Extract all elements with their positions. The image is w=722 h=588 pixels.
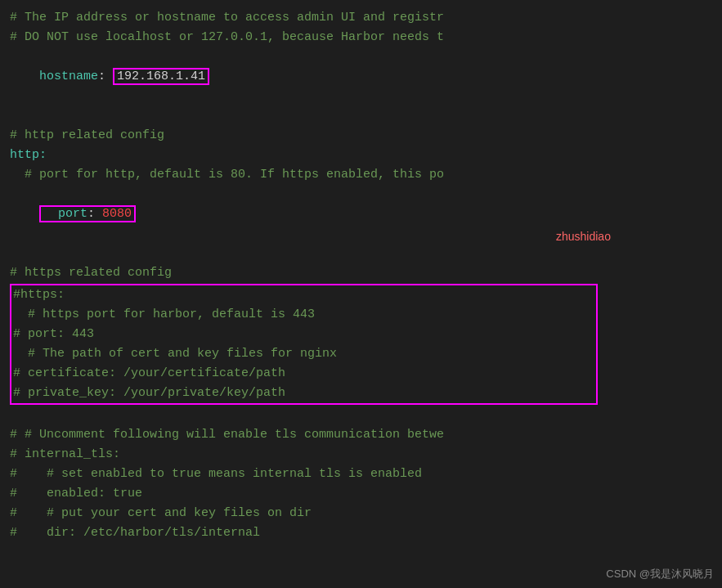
- zhushidiao-annotation: zhushidiao: [556, 227, 611, 245]
- hostname-key: hostname: [39, 70, 98, 83]
- line-uncomment: # # Uncomment following will enable tls …: [10, 425, 712, 445]
- line-http-key: http:: [10, 146, 712, 165]
- port-box: port: 8080: [39, 205, 136, 222]
- hostname-value-box: 192.168.1.41: [113, 68, 209, 85]
- line-empty-3: [10, 406, 712, 425]
- hostname-value: 192.168.1.41: [117, 70, 205, 83]
- line-dir: # dir: /etc/harbor/tls/internal: [10, 523, 712, 543]
- line-https-key: #https:: [11, 285, 596, 305]
- line-hostname: hostname: 192.168.1.41: [10, 47, 712, 106]
- line-https-certificate: # certificate: /your/certificate/path: [11, 364, 596, 384]
- line-internal-tls: # internal_tls:: [10, 445, 712, 465]
- line-2: # DO NOT use localhost or 127.0.0.1, bec…: [10, 28, 712, 47]
- csdn-watermark: CSDN @我是沐风晓月: [606, 567, 714, 581]
- line-put-cert: # # put your cert and key files on dir: [10, 504, 712, 523]
- line-port-comment: # port for http, default is 80. If https…: [10, 165, 712, 185]
- port-value: 8080: [102, 207, 132, 221]
- line-http-comment: # http related config: [10, 126, 712, 146]
- line-empty-2: [10, 244, 712, 263]
- line-https-cert-comment: # The path of cert and key files for ngi…: [11, 344, 596, 364]
- line-set-enabled: # # set enabled to true means internal t…: [10, 465, 712, 484]
- line-https-private-key: # private_key: /your/private/key/path: [11, 384, 596, 403]
- line-https-port-comment: # https port for harbor, default is 443: [11, 305, 596, 325]
- hostname-colon: :: [98, 70, 113, 83]
- port-colon: :: [87, 207, 102, 221]
- line-https-port: # port: 443: [11, 325, 596, 344]
- line-https-comment: # https related config: [10, 263, 712, 283]
- code-container: # The IP address or hostname to access a…: [0, 0, 722, 551]
- port-key: port: [43, 207, 87, 221]
- https-block: #https: # https port for harbor, default…: [10, 284, 598, 405]
- line-enabled-true: # enabled: true: [10, 484, 712, 504]
- line-1: # The IP address or hostname to access a…: [10, 8, 712, 28]
- line-empty-1: [10, 106, 712, 126]
